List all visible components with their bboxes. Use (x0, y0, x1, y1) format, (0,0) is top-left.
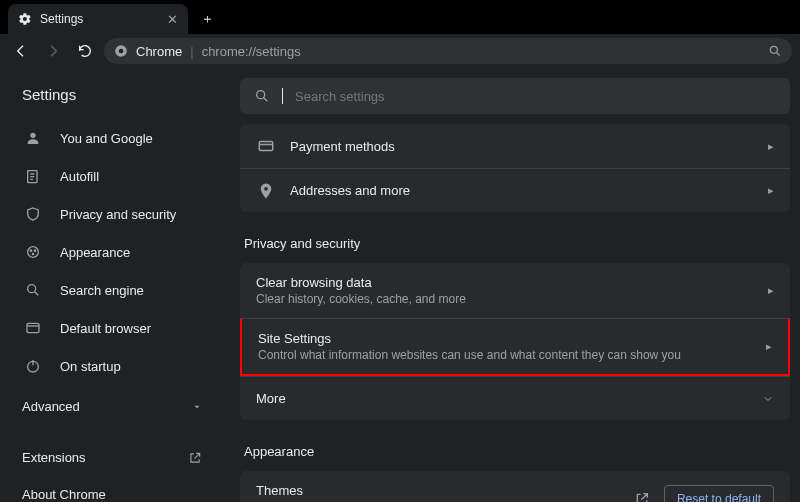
person-icon (24, 129, 42, 147)
sidebar-label: You and Google (60, 131, 153, 146)
chevron-right-icon: ▸ (768, 284, 774, 297)
close-icon[interactable]: ✕ (167, 12, 178, 27)
open-external-icon[interactable] (634, 491, 650, 503)
search-icon (24, 281, 42, 299)
row-more[interactable]: More (240, 376, 790, 420)
row-title: Addresses and more (290, 183, 754, 198)
search-icon (254, 88, 270, 104)
sidebar-item-you-and-google[interactable]: You and Google (0, 119, 230, 157)
chevron-right-icon: ▸ (766, 340, 772, 353)
sidebar-label: On startup (60, 359, 121, 374)
reset-to-default-button[interactable]: Reset to default (664, 485, 774, 503)
search-icon[interactable] (768, 44, 782, 58)
row-themes[interactable]: Themes Just Black Reset to default (240, 471, 790, 502)
sidebar-label: Autofill (60, 169, 99, 184)
row-title: Clear browsing data (256, 275, 754, 290)
section-title-privacy: Privacy and security (240, 218, 790, 263)
browser-icon (24, 319, 42, 337)
svg-rect-13 (259, 142, 273, 151)
row-clear-browsing-data[interactable]: Clear browsing data Clear history, cooki… (240, 263, 790, 318)
sidebar-label: Appearance (60, 245, 130, 260)
sidebar-about[interactable]: About Chrome (0, 479, 230, 502)
page-title: Settings (0, 82, 230, 119)
power-icon (24, 357, 42, 375)
omnibox-origin: Chrome (136, 44, 182, 59)
chevron-down-icon (762, 393, 774, 405)
omnibox-divider: | (190, 44, 193, 59)
settings-app: Settings You and Google Autofill Privacy… (0, 68, 800, 502)
row-addresses[interactable]: Addresses and more ▸ (240, 168, 790, 212)
chevron-right-icon: ▸ (768, 184, 774, 197)
privacy-card: Clear browsing data Clear history, cooki… (240, 263, 790, 420)
sidebar-label: Default browser (60, 321, 151, 336)
tab-strip: Settings ✕ ＋ (0, 0, 800, 34)
svg-point-9 (28, 285, 36, 293)
chevron-right-icon: ▸ (768, 140, 774, 153)
settings-content: Payment methods ▸ Addresses and more ▸ P… (230, 68, 800, 502)
svg-point-1 (119, 49, 124, 54)
card-icon (256, 137, 276, 155)
omnibox-path: chrome://settings (202, 44, 301, 59)
sidebar-extensions[interactable]: Extensions (0, 436, 230, 479)
text-cursor (282, 88, 283, 104)
chrome-icon (114, 44, 128, 58)
new-tab-button[interactable]: ＋ (194, 6, 220, 32)
sidebar-item-privacy[interactable]: Privacy and security (0, 195, 230, 233)
svg-point-12 (257, 91, 265, 99)
search-settings[interactable] (240, 78, 790, 114)
autofill-icon (24, 167, 42, 185)
row-subtitle: Clear history, cookies, cache, and more (256, 292, 754, 306)
svg-point-5 (28, 247, 39, 258)
chevron-down-icon (192, 402, 202, 412)
sidebar-label: Privacy and security (60, 207, 176, 222)
browser-tab[interactable]: Settings ✕ (8, 4, 188, 34)
sidebar-item-search-engine[interactable]: Search engine (0, 271, 230, 309)
row-title: Payment methods (290, 139, 754, 154)
advanced-label: Advanced (22, 399, 80, 414)
address-bar[interactable]: Chrome | chrome://settings (104, 38, 792, 64)
extensions-label: Extensions (22, 450, 86, 465)
row-site-settings[interactable]: Site Settings Control what information w… (240, 318, 790, 376)
back-button[interactable] (8, 38, 34, 64)
row-subtitle: Control what information websites can us… (258, 348, 752, 362)
row-title: Themes (256, 483, 620, 498)
appearance-card: Themes Just Black Reset to default Show … (240, 471, 790, 502)
sidebar: Settings You and Google Autofill Privacy… (0, 68, 230, 502)
about-label: About Chrome (22, 487, 106, 502)
svg-point-3 (30, 133, 35, 138)
row-payment-methods[interactable]: Payment methods ▸ (240, 124, 790, 168)
reload-button[interactable] (72, 38, 98, 64)
tab-title: Settings (40, 12, 159, 26)
sidebar-item-appearance[interactable]: Appearance (0, 233, 230, 271)
forward-button[interactable] (40, 38, 66, 64)
location-icon (256, 182, 276, 200)
autofill-card: Payment methods ▸ Addresses and more ▸ (240, 124, 790, 212)
open-external-icon (188, 451, 202, 465)
sidebar-item-autofill[interactable]: Autofill (0, 157, 230, 195)
row-title: Site Settings (258, 331, 752, 346)
sidebar-advanced[interactable]: Advanced (0, 385, 230, 428)
svg-point-7 (34, 250, 35, 251)
svg-point-6 (30, 250, 31, 251)
sidebar-item-default-browser[interactable]: Default browser (0, 309, 230, 347)
row-title: More (256, 391, 748, 406)
sidebar-label: Search engine (60, 283, 144, 298)
browser-toolbar: Chrome | chrome://settings (0, 34, 800, 68)
svg-point-2 (770, 46, 777, 53)
appearance-icon (24, 243, 42, 261)
search-input[interactable] (295, 89, 776, 104)
shield-icon (24, 205, 42, 223)
sidebar-item-on-startup[interactable]: On startup (0, 347, 230, 385)
svg-rect-10 (27, 323, 39, 332)
gear-icon (18, 12, 32, 26)
section-title-appearance: Appearance (240, 426, 790, 471)
svg-point-8 (32, 253, 33, 254)
